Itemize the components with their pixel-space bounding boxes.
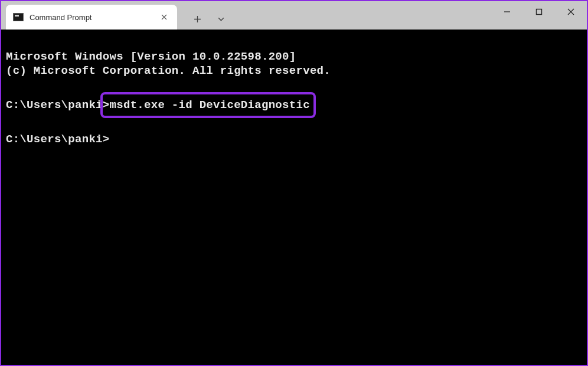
- output-line: Microsoft Windows [Version 10.0.22598.20…: [6, 50, 296, 63]
- minimize-icon: [504, 8, 511, 15]
- close-button[interactable]: [555, 1, 587, 22]
- prompt-prefix: C:\Users\panki: [6, 98, 103, 112]
- maximize-icon: [535, 8, 543, 15]
- chevron-down-icon: [217, 15, 225, 23]
- window-controls: [491, 1, 587, 30]
- prompt-line: C:\Users\panki>: [6, 133, 110, 146]
- prompt-line: C:\Users\panki>msdt.exe -id DeviceDiagno…: [6, 92, 582, 118]
- minimize-button[interactable]: [491, 1, 523, 22]
- close-icon: [567, 8, 574, 15]
- svg-rect-0: [537, 9, 542, 15]
- titlebar: Command Prompt: [1, 1, 587, 30]
- tab-close-button[interactable]: [158, 11, 170, 23]
- terminal-output[interactable]: Microsoft Windows [Version 10.0.22598.20…: [1, 30, 587, 365]
- plus-icon: [194, 15, 201, 23]
- tab-strip: Command Prompt: [1, 1, 491, 30]
- command-text: >msdt.exe -id DeviceDiagnostic: [103, 99, 310, 112]
- tab-title: Command Prompt: [30, 13, 152, 22]
- tab-dropdown-button[interactable]: [213, 11, 229, 27]
- output-line: (c) Microsoft Corporation. All rights re…: [6, 64, 331, 77]
- highlighted-command: >msdt.exe -id DeviceDiagnostic: [100, 92, 316, 118]
- maximize-button[interactable]: [523, 1, 555, 22]
- command-prompt-window: Command Prompt: [1, 1, 587, 365]
- new-tab-button[interactable]: [189, 11, 205, 27]
- tab-command-prompt[interactable]: Command Prompt: [6, 5, 177, 30]
- close-icon: [161, 14, 167, 20]
- terminal-icon: [13, 13, 24, 21]
- tab-actions: [177, 11, 229, 30]
